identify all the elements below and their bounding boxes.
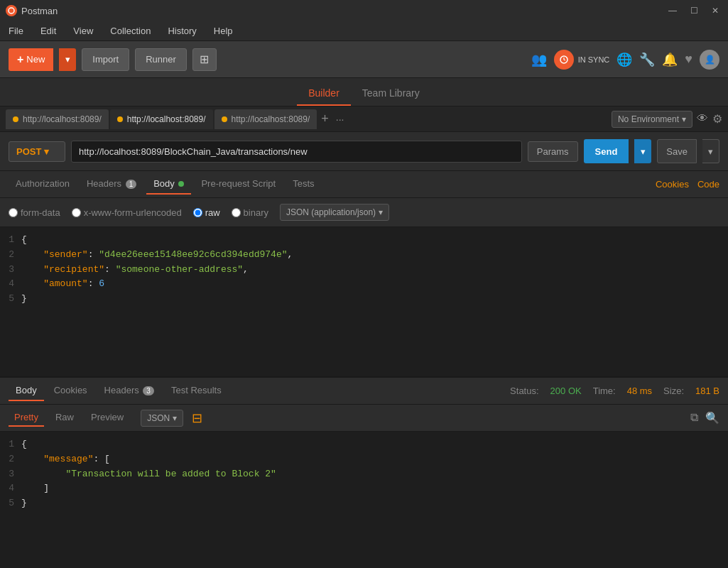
time-value: 48 ms: [627, 386, 652, 396]
response-code-editor[interactable]: 1 { 2 "message": [ 3 "Transaction will b…: [0, 432, 728, 568]
window-controls[interactable]: — ☐ ✕: [665, 6, 722, 16]
resp-line-5: 5 }: [0, 496, 728, 511]
tab-headers[interactable]: Headers 1: [80, 174, 143, 195]
raw-radio[interactable]: [193, 208, 202, 217]
resp-linenum-4: 4: [0, 481, 21, 496]
search-icon[interactable]: 🔍: [705, 411, 719, 425]
tab-builder[interactable]: Builder: [297, 82, 351, 106]
layout-button[interactable]: ⊞: [192, 48, 217, 71]
resp-format-dropdown[interactable]: JSON ▾: [141, 410, 183, 427]
svg-point-0: [9, 8, 14, 13]
urlencoded-option[interactable]: x-www-form-urlencoded: [72, 207, 182, 218]
view-raw[interactable]: Raw: [50, 409, 80, 427]
req-line-1: 1 {: [0, 233, 728, 248]
body-options: form-data x-www-form-urlencoded raw bina…: [0, 198, 728, 227]
menu-edit[interactable]: Edit: [38, 24, 59, 38]
resp-line-4: 4 ]: [0, 481, 728, 496]
heart-icon[interactable]: ♥: [685, 52, 692, 67]
close-button[interactable]: ✕: [708, 6, 722, 16]
menubar: File Edit View Collection History Help: [0, 21, 728, 41]
people-icon[interactable]: 👥: [531, 52, 547, 67]
main-content: POST ▾ Params Send ▾ Save ▾ Authorizatio…: [0, 132, 728, 568]
save-button[interactable]: Save: [657, 139, 697, 163]
size-value: 181 B: [695, 386, 719, 396]
raw-option[interactable]: raw: [193, 207, 220, 218]
format-dropdown[interactable]: JSON (application/json) ▾: [280, 204, 389, 221]
request-line: POST ▾ Params Send ▾ Save ▾: [0, 132, 728, 171]
resp-tab-tests[interactable]: Test Results: [164, 381, 229, 401]
env-label: No Environment: [618, 114, 679, 124]
request-tab-2[interactable]: http://localhost:8089/: [110, 109, 213, 129]
method-label: POST: [16, 146, 41, 157]
resp-content-1: {: [21, 437, 27, 452]
eye-icon[interactable]: 👁: [697, 112, 708, 126]
req-linenum-5: 5: [0, 292, 21, 307]
form-data-option[interactable]: form-data: [9, 207, 60, 218]
notification-icon[interactable]: 🔔: [662, 52, 678, 67]
binary-radio[interactable]: [232, 208, 241, 217]
tab-prerequest[interactable]: Pre-request Script: [194, 174, 283, 195]
request-code-editor[interactable]: 1 { 2 "sender": "d4ee26eee15148ee92c6cd3…: [0, 227, 728, 376]
send-caret-button[interactable]: ▾: [634, 139, 651, 163]
copy-icon[interactable]: ⧉: [690, 411, 698, 425]
view-preview[interactable]: Preview: [85, 409, 129, 427]
resp-tab-body[interactable]: Body: [9, 381, 44, 401]
menu-collection[interactable]: Collection: [107, 24, 153, 38]
url-input[interactable]: [71, 141, 522, 163]
new-button[interactable]: + New: [9, 48, 53, 71]
send-button[interactable]: Send: [584, 139, 629, 163]
titlebar: Postman — ☐ ✕: [0, 0, 728, 21]
save-caret-button[interactable]: ▾: [702, 139, 719, 163]
menu-file[interactable]: File: [6, 24, 26, 38]
urlencoded-radio[interactable]: [72, 208, 81, 217]
more-tabs-button[interactable]: ···: [333, 114, 347, 125]
binary-option[interactable]: binary: [232, 207, 268, 218]
import-button[interactable]: Import: [82, 48, 129, 71]
environment-dropdown[interactable]: No Environment ▾: [612, 111, 692, 128]
req-content-5: }: [21, 292, 27, 307]
menu-history[interactable]: History: [165, 24, 199, 38]
sub-tab-right: Cookies Code: [656, 179, 719, 190]
env-selector: No Environment ▾ 👁 ⚙: [612, 111, 722, 128]
menu-view[interactable]: View: [70, 24, 96, 38]
new-caret-button[interactable]: ▾: [59, 48, 76, 71]
req-content-2: "sender": "d4ee26eee15148ee92c6cd394edd9…: [21, 248, 293, 263]
cookies-link[interactable]: Cookies: [656, 179, 689, 190]
status-bar: Status: 200 OK Time: 48 ms Size: 181 B: [510, 386, 719, 396]
avatar[interactable]: 👤: [700, 50, 719, 70]
app-title: Postman: [21, 6, 58, 16]
chevron-down-icon: ▾: [682, 114, 686, 124]
minimize-button[interactable]: —: [665, 6, 680, 16]
form-data-radio[interactable]: [9, 208, 18, 217]
request-area: POST ▾ Params Send ▾ Save ▾ Authorizatio…: [0, 132, 728, 376]
resp-content-4: ]: [21, 481, 49, 496]
menu-help[interactable]: Help: [211, 24, 236, 38]
add-tab-button[interactable]: +: [318, 111, 332, 126]
request-tab-3[interactable]: http://localhost:8089/: [214, 109, 317, 129]
filter-icon[interactable]: ⊟: [192, 410, 202, 426]
resp-linenum-1: 1: [0, 437, 21, 452]
params-button[interactable]: Params: [528, 141, 578, 162]
method-select[interactable]: POST ▾: [9, 141, 65, 162]
headers-badge: 1: [126, 180, 137, 189]
toolbar-right: 👥 IN SYNC 🌐 🔧 🔔 ♥ 👤: [531, 50, 719, 70]
settings-icon[interactable]: 🔧: [639, 52, 655, 67]
resp-tab-cookies[interactable]: Cookies: [47, 381, 94, 401]
gear-icon[interactable]: ⚙: [712, 112, 722, 126]
view-pretty[interactable]: Pretty: [9, 409, 44, 427]
globe-icon[interactable]: 🌐: [616, 52, 632, 67]
req-linenum-3: 3: [0, 263, 21, 278]
response-tabs: Body Cookies Headers 3 Test Results Stat…: [0, 378, 728, 405]
tab-team-library[interactable]: Team Library: [351, 82, 431, 106]
resp-line-1: 1 {: [0, 437, 728, 452]
tab-body[interactable]: Body: [146, 174, 191, 195]
maximize-button[interactable]: ☐: [687, 6, 701, 16]
code-link[interactable]: Code: [697, 179, 719, 190]
response-options: Pretty Raw Preview JSON ▾ ⊟ ⧉ 🔍: [0, 405, 728, 432]
tab-tests[interactable]: Tests: [286, 174, 321, 195]
resp-tab-headers[interactable]: Headers 3: [97, 381, 161, 401]
runner-button[interactable]: Runner: [135, 48, 187, 71]
tab-authorization[interactable]: Authorization: [9, 174, 77, 195]
resp-content-5: }: [21, 496, 27, 511]
request-tab-1[interactable]: http://localhost:8089/: [6, 109, 109, 129]
